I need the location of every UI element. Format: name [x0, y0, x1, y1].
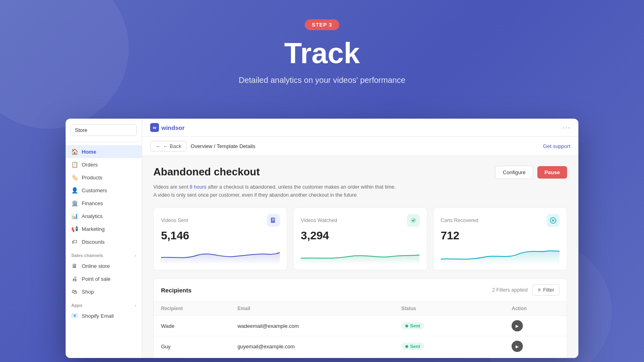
windsor-logo: w windsor: [150, 123, 185, 132]
recipient-status-0: Sent: [394, 316, 504, 336]
navbar-left: ← ← Back Overview / Template Details: [150, 141, 255, 152]
sidebar-item-online-store[interactable]: 🖥 Online store: [66, 259, 142, 272]
breadcrumb-current: Template Details: [217, 143, 255, 149]
stat-label-videos-sent: Videos Sent: [161, 218, 188, 223]
hero-title: Track: [0, 37, 644, 69]
browser-window: Store 🏠 Home 📋 Orders 🏷️ Products 👤 Cust…: [66, 119, 578, 358]
sidebar-item-products[interactable]: 🏷️ Products: [66, 171, 142, 184]
sidebar-item-shop[interactable]: 🛍 Shop: [66, 285, 142, 298]
stat-icon-videos-watched: [407, 214, 420, 227]
sidebar-item-shopify-email[interactable]: 📧 Shopify Email: [66, 309, 142, 322]
recipients-header: Recipients 2 Filters applied ≡ Filter: [154, 279, 567, 302]
sidebar-item-customers-label: Customers: [82, 187, 107, 193]
recipient-name-0: Wade: [154, 316, 230, 336]
home-icon: 🏠: [71, 148, 78, 155]
apps-arrow: ›: [134, 303, 136, 308]
sidebar-item-orders[interactable]: 📋 Orders: [66, 158, 142, 171]
filter-icon: ≡: [538, 287, 541, 293]
sidebar-item-discounts-label: Discounts: [82, 239, 105, 245]
recipients-section: Recipients 2 Filters applied ≡ Filter R: [153, 278, 567, 358]
topbar-menu-button[interactable]: ⋯: [562, 123, 570, 132]
sidebar-item-online-store-label: Online store: [82, 263, 110, 269]
back-arrow-icon: ←: [155, 143, 161, 149]
col-email: Email: [230, 302, 394, 316]
status-badge-1: Sent: [401, 343, 424, 350]
store-select[interactable]: Store: [70, 124, 137, 136]
svg-point-6: [553, 220, 554, 221]
recipient-action-2: ▶: [504, 357, 567, 358]
logo-text: windsor: [161, 124, 185, 131]
online-store-icon: 🖥: [71, 263, 78, 269]
step-badge: STEP 3: [305, 19, 340, 30]
navbar: ← ← Back Overview / Template Details Get…: [142, 137, 578, 156]
col-action: Action: [504, 302, 567, 316]
filters-applied: 2 Filters applied: [492, 287, 528, 293]
filter-button[interactable]: ≡ Filter: [533, 284, 559, 296]
stat-value-videos-watched: 3,294: [301, 229, 419, 242]
stat-icon-carts-recovered: [547, 214, 559, 227]
pause-button[interactable]: Pause: [537, 166, 567, 179]
sidebar-item-analytics[interactable]: 📊 Analytics: [66, 210, 142, 222]
checkout-desc-line1: Videos are sent 8 hours after a checkout…: [153, 183, 567, 191]
get-support-link[interactable]: Get support: [543, 143, 570, 149]
breadcrumb: Overview / Template Details: [191, 143, 256, 149]
highlight-hours: 8 hours: [190, 184, 206, 190]
sidebar-item-marketing[interactable]: 📢 Marketing: [66, 222, 142, 235]
table-header-row: Recipient Email Status Action: [154, 302, 567, 316]
recipient-name-1: Guy: [154, 336, 230, 357]
checkout-actions: Configure Pause: [495, 166, 567, 179]
filter-label: Filter: [543, 287, 554, 293]
recipients-title: Recipients: [161, 287, 192, 294]
sidebar-item-finances[interactable]: 🏛️ Finances: [66, 197, 142, 210]
svg-rect-2: [272, 220, 274, 221]
stat-card-carts-recovered: Carts Recovered 712: [433, 207, 567, 270]
sidebar-item-finances-label: Finances: [82, 200, 103, 206]
sidebar-item-products-label: Products: [82, 175, 102, 181]
stat-value-carts-recovered: 712: [441, 229, 559, 242]
configure-button[interactable]: Configure: [495, 166, 533, 179]
discounts-icon: 🏷: [71, 239, 78, 245]
sidebar-item-home[interactable]: 🏠 Home: [66, 145, 142, 158]
marketing-icon: 📢: [71, 226, 78, 232]
checkout-desc-line2: A video is only sent once per customer, …: [153, 191, 567, 199]
sidebar-item-customers[interactable]: 👤 Customers: [66, 184, 142, 197]
back-button[interactable]: ← ← Back: [150, 141, 187, 152]
stats-row: Videos Sent 5,146: [153, 207, 567, 270]
sidebar-item-analytics-label: Analytics: [82, 213, 103, 219]
hero-subtitle: Detailed analytics on your videos' perfo…: [0, 76, 644, 85]
sales-channels-arrow: ›: [134, 253, 136, 258]
recipient-email-0: wadeemail@example.com: [230, 316, 394, 336]
finances-icon: 🏛️: [71, 200, 78, 206]
stat-card-videos-watched-header: Videos Watched: [301, 214, 419, 227]
col-status: Status: [394, 302, 504, 316]
recipient-action-0: ▶: [504, 316, 567, 336]
sidebar-item-point-of-sale-label: Point of sale: [82, 276, 111, 282]
stat-value-videos-sent: 5,146: [161, 229, 280, 242]
play-button-0[interactable]: ▶: [512, 320, 523, 331]
table-row: Guy guyemail@example.com Sent ▶: [154, 336, 567, 357]
sidebar-nav: 🏠 Home 📋 Orders 🏷️ Products 👤 Customers …: [66, 142, 142, 358]
play-button-1[interactable]: ▶: [512, 341, 523, 352]
recipients-table: Recipient Email Status Action Wade wadee…: [154, 302, 567, 358]
sidebar-item-marketing-label: Marketing: [82, 226, 105, 232]
sidebar-item-discounts[interactable]: 🏷 Discounts: [66, 235, 142, 248]
products-icon: 🏷️: [71, 174, 78, 181]
breadcrumb-overview[interactable]: Overview: [191, 143, 213, 149]
store-selector[interactable]: Store: [66, 119, 142, 142]
table-row: Devon devonemail@example.com Processing: [154, 357, 567, 358]
recipient-email-1: guyemail@example.com: [230, 336, 394, 357]
stat-card-videos-watched: Videos Watched 3,294: [293, 207, 427, 270]
hero-section: STEP 3 Track Detailed analytics on your …: [0, 0, 644, 85]
stat-card-videos-sent: Videos Sent 5,146: [153, 207, 287, 270]
orders-icon: 📋: [71, 161, 78, 168]
checkout-description: Videos are sent 8 hours after a checkout…: [153, 183, 567, 199]
stat-icon-videos-sent: [267, 214, 280, 227]
recipient-action-1: ▶: [504, 336, 567, 357]
sidebar-item-shop-label: Shop: [82, 289, 94, 295]
recipient-email-2: devonemail@example.com: [230, 357, 394, 358]
checkout-header: Abandoned checkout Configure Pause: [153, 166, 567, 179]
apps-section: Apps ›: [66, 298, 142, 309]
sidebar-item-point-of-sale[interactable]: 🖨 Point of sale: [66, 272, 142, 285]
analytics-icon: 📊: [71, 213, 78, 219]
checkout-title: Abandoned checkout: [153, 166, 260, 178]
